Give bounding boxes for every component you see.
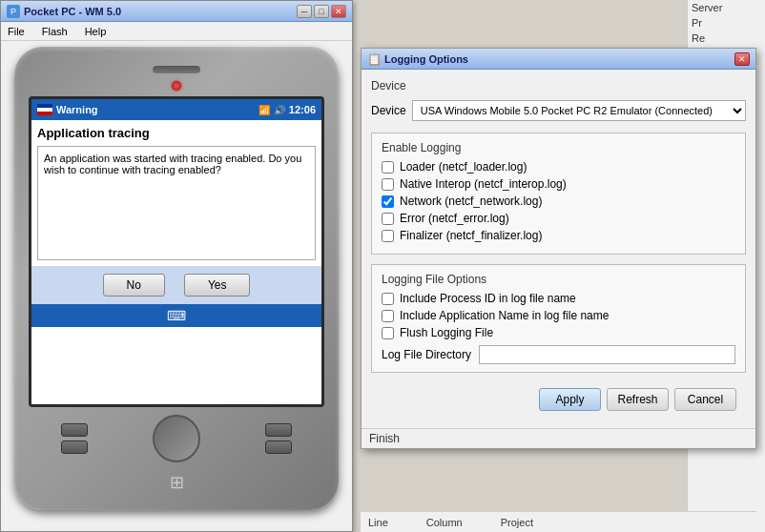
phone-warning-title: Warning <box>56 104 258 115</box>
phone-flag-icon <box>37 104 52 115</box>
logging-body: Device Device USA Windows Mobile 5.0 Poc… <box>362 70 755 428</box>
project-status: Project <box>501 517 533 528</box>
minimize-button[interactable]: ─ <box>297 5 312 18</box>
emulator-window-controls: ─ □ ✕ <box>297 5 346 18</box>
close-button[interactable]: ✕ <box>331 5 346 18</box>
column-status: Column <box>426 517 463 528</box>
device-controls <box>29 415 324 462</box>
device-top-button <box>153 66 200 73</box>
re-tab[interactable]: Re <box>688 31 765 46</box>
left-buttons <box>61 423 88 454</box>
maximize-button[interactable]: □ <box>314 5 329 18</box>
flush-checkbox[interactable] <box>382 327 394 339</box>
volume-icon: 🔊 <box>274 105 285 115</box>
no-button[interactable]: No <box>103 274 165 297</box>
finish-label: Finish <box>369 432 400 445</box>
logging-titlebar: 📋 Logging Options ✕ <box>362 49 755 70</box>
flush-label: Flush Logging File <box>400 326 493 339</box>
app-name-checkbox[interactable] <box>382 310 394 322</box>
emulator-menubar: File Flash Help <box>1 22 352 41</box>
refresh-button[interactable]: Refresh <box>607 388 669 411</box>
app-name-label: Include Application Name in log file nam… <box>400 309 609 322</box>
dpad[interactable] <box>153 415 200 462</box>
log-dir-input[interactable] <box>479 345 735 364</box>
finalizer-checkbox[interactable] <box>382 230 394 242</box>
device-select[interactable]: USA Windows Mobile 5.0 Pocket PC R2 Emul… <box>412 100 746 121</box>
enable-logging-section: Enable Logging Loader (netcf_loader.log)… <box>371 133 746 255</box>
network-label: Network (netcf_network.log) <box>400 194 542 208</box>
pr-tab[interactable]: Pr <box>688 15 765 31</box>
device-row: Device USA Windows Mobile 5.0 Pocket PC … <box>371 100 746 121</box>
device-label: Device <box>371 104 406 117</box>
right-btn-1[interactable] <box>265 423 292 437</box>
cancel-button[interactable]: Cancel <box>674 388 736 411</box>
native-interop-checkbox[interactable] <box>382 178 394 191</box>
right-buttons <box>265 423 292 454</box>
phone-dialog-body: An application was started with tracing … <box>37 146 316 260</box>
windows-logo: ⊞ <box>167 472 186 491</box>
network-checkbox[interactable] <box>382 195 394 208</box>
emulator-title: Pocket PC - WM 5.0 <box>24 6 297 17</box>
statusbar-bottom: Line Column Project <box>361 511 756 532</box>
phone-status-icons: 📶 🔊 12:06 <box>258 104 316 115</box>
help-menu[interactable]: Help <box>82 25 110 38</box>
flash-menu[interactable]: Flash <box>39 25 71 38</box>
right-btn-2[interactable] <box>265 440 292 454</box>
left-btn-2[interactable] <box>61 440 88 454</box>
left-btn-1[interactable] <box>61 423 88 437</box>
log-dir-row: Log File Directory <box>382 345 735 364</box>
logging-icon: 📋 <box>367 52 381 66</box>
emulator-titlebar: P Pocket PC - WM 5.0 ─ □ ✕ <box>1 1 352 22</box>
loader-checkbox[interactable] <box>382 161 394 174</box>
checkbox-finalizer: Finalizer (netcf_finalizer.log) <box>382 229 735 242</box>
finish-bar: Finish <box>362 428 755 448</box>
signal-icon: 📶 <box>258 105 270 115</box>
checkbox-flush: Flush Logging File <box>382 326 735 339</box>
error-label: Error (netcf_error.log) <box>400 212 509 225</box>
native-interop-label: Native Interop (netcf_interop.log) <box>400 177 567 191</box>
device-camera <box>172 81 181 91</box>
phone-statusbar: Warning 📶 🔊 12:06 <box>31 99 321 120</box>
keyboard-icon: ⌨ <box>167 308 186 323</box>
device-screen-bezel: Warning 📶 🔊 12:06 Application tracing An… <box>29 96 324 407</box>
phone-taskbar: ⌨ <box>31 304 321 327</box>
device-section-title: Device <box>371 79 746 92</box>
log-file-title: Logging File Options <box>382 273 735 286</box>
error-checkbox[interactable] <box>382 213 394 225</box>
checkbox-app-name: Include Application Name in log file nam… <box>382 309 735 322</box>
finalizer-label: Finalizer (netcf_finalizer.log) <box>400 229 542 242</box>
server-tab[interactable]: Server <box>688 0 765 15</box>
log-dir-label: Log File Directory <box>382 348 471 361</box>
line-status: Line <box>368 517 388 528</box>
log-file-section: Logging File Options Include Process ID … <box>371 264 746 373</box>
emulator-window: P Pocket PC - WM 5.0 ─ □ ✕ File Flash He… <box>0 0 353 532</box>
phone-content: Application tracing An application was s… <box>31 120 321 266</box>
process-id-label: Include Process ID in log file name <box>400 292 576 305</box>
checkbox-process-id: Include Process ID in log file name <box>382 292 735 305</box>
phone-time: 12:06 <box>289 104 316 115</box>
loader-label: Loader (netcf_loader.log) <box>400 160 527 174</box>
process-id-checkbox[interactable] <box>382 293 394 305</box>
phone-screen: Warning 📶 🔊 12:06 Application tracing An… <box>31 99 321 404</box>
dialog-footer: Apply Refresh Cancel <box>371 382 746 419</box>
file-menu[interactable]: File <box>5 25 28 38</box>
logging-title: Logging Options <box>384 53 734 65</box>
phone-buttons-area: No Yes <box>31 266 321 304</box>
checkbox-error: Error (netcf_error.log) <box>382 212 735 225</box>
phone-dialog-title: Application tracing <box>37 126 316 140</box>
logging-dialog: 📋 Logging Options ✕ Device Device USA Wi… <box>361 48 756 449</box>
enable-logging-title: Enable Logging <box>382 141 735 154</box>
logging-close-button[interactable]: ✕ <box>734 52 750 66</box>
device-frame: Warning 📶 🔊 12:06 Application tracing An… <box>14 47 339 510</box>
yes-button[interactable]: Yes <box>184 274 251 297</box>
apply-button[interactable]: Apply <box>539 388 601 411</box>
checkbox-network: Network (netcf_network.log) <box>382 194 735 208</box>
checkbox-loader: Loader (netcf_loader.log) <box>382 160 735 174</box>
emulator-icon: P <box>7 5 20 18</box>
checkbox-native-interop: Native Interop (netcf_interop.log) <box>382 177 735 191</box>
